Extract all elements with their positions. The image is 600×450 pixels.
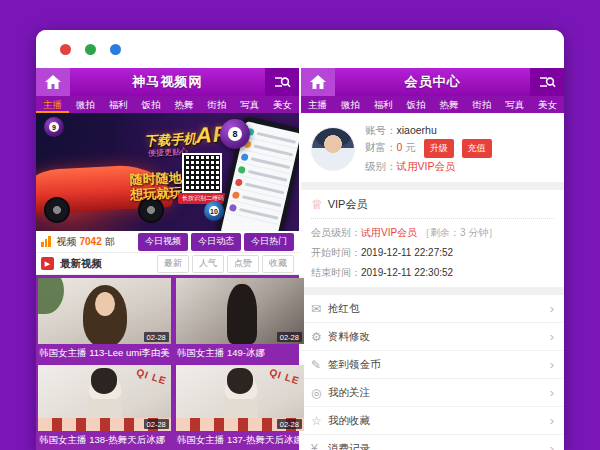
- nav-tab[interactable]: 热舞: [433, 96, 466, 113]
- dotted-divider: [311, 218, 554, 219]
- video-title: 韩国女主播 113-Lee umi李由美: [38, 344, 171, 361]
- vip-start-label: 开始时间：: [311, 247, 361, 258]
- video-site-header: 神马视频网: [36, 68, 299, 96]
- today-videos-button[interactable]: 今日视频: [138, 233, 188, 251]
- video-card[interactable]: 02-28 韩国女主播 149-冰娜: [176, 278, 304, 361]
- star-icon: ☆: [311, 415, 328, 427]
- window-zoom-button[interactable]: [110, 44, 121, 55]
- target-icon: ◎: [311, 387, 328, 399]
- chevron-right-icon: ›: [550, 441, 554, 450]
- date-badge: 02-28: [277, 332, 302, 342]
- qr-code: [182, 153, 222, 193]
- window-close-button[interactable]: [60, 44, 71, 55]
- nav-tab[interactable]: 美女: [266, 96, 299, 113]
- menu-item-red-packet[interactable]: ✉ 抢红包 ›: [301, 295, 564, 323]
- video-site-nav: 主播 微拍 福利 饭拍 热舞 街拍 写真 美女: [36, 96, 299, 113]
- date-badge: 02-28: [144, 332, 169, 342]
- video-card[interactable]: QI LE 02-28 韩国女主播 138-热舞天后冰娜: [38, 365, 171, 448]
- video-title: 韩国女主播 138-热舞天后冰娜: [38, 431, 171, 448]
- crown-icon: ♕: [311, 198, 323, 211]
- nav-tab[interactable]: 福利: [102, 96, 135, 113]
- billiard-ball-icon: 9: [44, 117, 64, 137]
- video-card[interactable]: QI LE 02-28 韩国女主播 137-热舞天后冰娜: [176, 365, 304, 448]
- search-button[interactable]: [530, 68, 564, 96]
- nav-tab[interactable]: 主播: [301, 96, 334, 113]
- member-menu: ✉ 抢红包 › ⚙ 资料修改 › ✎ 签到领金币 ›: [301, 295, 564, 450]
- menu-item-my-favorites[interactable]: ☆ 我的收藏 ›: [301, 407, 564, 435]
- chevron-right-icon: ›: [550, 301, 554, 316]
- member-center-nav: 主播 微拍 福利 饭拍 热舞 街拍 写真 美女: [301, 96, 564, 113]
- vip-section: ♕ VIP会员 会员级别：试用VIP会员 ［剩余：3 分钟］ 开始时间：2019…: [301, 190, 564, 287]
- billiard-ball-icon: 8: [220, 119, 250, 149]
- menu-item-edit-profile[interactable]: ⚙ 资料修改 ›: [301, 323, 564, 351]
- video-count-suffix: 部: [105, 235, 115, 249]
- today-activity-button[interactable]: 今日动态: [191, 233, 241, 251]
- level-label: 级别：: [365, 160, 397, 172]
- nav-tab[interactable]: 饭拍: [400, 96, 433, 113]
- chevron-right-icon: ›: [550, 385, 554, 400]
- nav-tab[interactable]: 福利: [367, 96, 400, 113]
- nav-tab[interactable]: 街拍: [465, 96, 498, 113]
- gear-icon: ⚙: [311, 331, 328, 343]
- sort-favorites-button[interactable]: 收藏: [262, 255, 294, 273]
- sort-likes-button[interactable]: 点赞: [227, 255, 259, 273]
- qile-logo: QI LE: [135, 366, 168, 386]
- search-button[interactable]: [265, 68, 299, 96]
- video-count-prefix: 视频: [57, 235, 77, 249]
- window-minimize-button[interactable]: [85, 44, 96, 55]
- home-icon: [310, 75, 326, 89]
- vip-start-time: 2019-12-11 22:27:52: [361, 247, 453, 258]
- billiard-ball-icon: 10: [204, 201, 224, 221]
- chevron-right-icon: ›: [550, 357, 554, 372]
- today-hot-button[interactable]: 今日热门: [244, 233, 294, 251]
- date-badge: 02-28: [277, 419, 302, 429]
- menu-item-check-in[interactable]: ✎ 签到领金币 ›: [301, 351, 564, 379]
- yuan-icon: ¥: [311, 443, 328, 450]
- video-card[interactable]: 02-28 韩国女主播 113-Lee umi李由美: [38, 278, 171, 361]
- sort-newest-button[interactable]: 最新: [157, 255, 189, 273]
- video-thumbnail: 02-28: [176, 278, 304, 344]
- nav-tab[interactable]: 街拍: [200, 96, 233, 113]
- chevron-right-icon: ›: [550, 413, 554, 428]
- nav-tab[interactable]: 美女: [531, 96, 564, 113]
- nav-tab[interactable]: 热舞: [168, 96, 201, 113]
- section-divider: [301, 182, 564, 190]
- video-stats-row: 视频 7042 部 今日视频 今日动态 今日热门: [36, 231, 299, 253]
- member-body: 账号：xiaoerhu 财富：0 元 升级 充值 级别：试用VIP会员 ♕ VI…: [301, 113, 564, 450]
- nav-tab[interactable]: 微拍: [334, 96, 367, 113]
- video-title: 韩国女主播 149-冰娜: [176, 344, 304, 361]
- vip-end-time: 2019-12-11 22:30:52: [361, 267, 453, 278]
- nav-tab[interactable]: 微拍: [69, 96, 102, 113]
- home-button[interactable]: [36, 68, 70, 96]
- sort-popularity-button[interactable]: 人气: [192, 255, 224, 273]
- browser-window: 神马视频网 主播 微拍 福利 饭拍 热舞 街拍 写真 美女: [36, 30, 564, 450]
- nav-tab[interactable]: 饭拍: [135, 96, 168, 113]
- account-section: 账号：xiaoerhu 财富：0 元 升级 充值 级别：试用VIP会员: [301, 113, 564, 182]
- home-icon: [45, 75, 61, 89]
- vip-level-label: 会员级别：: [311, 227, 361, 238]
- qr-caption: 长按识别二维码: [178, 193, 228, 204]
- avatar[interactable]: [311, 127, 355, 171]
- nav-tab[interactable]: 写真: [233, 96, 266, 113]
- nav-tab[interactable]: 主播: [36, 96, 69, 113]
- app-download-banner[interactable]: 9 下载手机APP 便捷更贴心 随时随地想玩就玩 长按识别二维码: [36, 113, 299, 231]
- menu-item-spending-records[interactable]: ¥ 消费记录 ›: [301, 435, 564, 450]
- window-titlebar: [36, 30, 564, 68]
- video-grid-section: 02-28 韩国女主播 113-Lee umi李由美 02-28 韩国女主播 1…: [36, 275, 299, 450]
- pencil-icon: ✎: [311, 359, 328, 371]
- bar-chart-icon: [41, 236, 51, 247]
- home-button[interactable]: [301, 68, 335, 96]
- video-count: 7042: [80, 236, 102, 247]
- upgrade-button[interactable]: 升级: [424, 139, 454, 158]
- date-badge: 02-28: [144, 419, 169, 429]
- latest-videos-row: ▶ 最新视频 最新 人气 点赞 收藏: [36, 253, 299, 275]
- search-icon: [274, 75, 291, 89]
- nav-tab[interactable]: 写真: [498, 96, 531, 113]
- recharge-button[interactable]: 充值: [462, 139, 492, 158]
- video-thumbnail: QI LE 02-28: [176, 365, 304, 431]
- vip-end-label: 结束时间：: [311, 267, 361, 278]
- wealth-label: 财富：: [365, 141, 397, 153]
- video-thumbnail: 02-28: [38, 278, 171, 344]
- menu-item-my-follows[interactable]: ◎ 我的关注 ›: [301, 379, 564, 407]
- video-site-panel: 神马视频网 主播 微拍 福利 饭拍 热舞 街拍 写真 美女: [36, 68, 299, 450]
